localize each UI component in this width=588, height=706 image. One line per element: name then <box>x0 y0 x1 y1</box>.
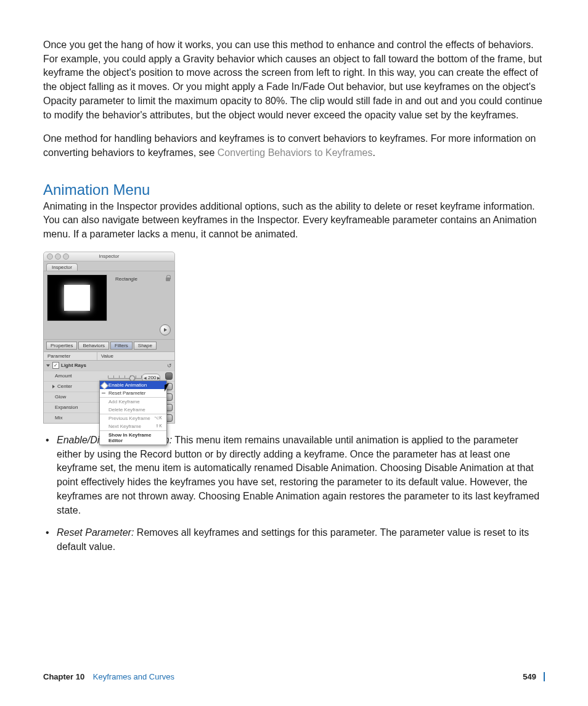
object-thumbnail <box>47 275 107 321</box>
paragraph-intro-2b: . <box>372 147 375 158</box>
cursor-icon <box>165 384 171 392</box>
link-converting-behaviors[interactable]: Converting Behaviors to Keyframes <box>218 147 373 158</box>
stepper-right-icon[interactable]: ▶ <box>156 376 161 380</box>
menu-delete-keyframe[interactable]: Delete Keyframe <box>100 406 166 414</box>
stepper-left-icon[interactable]: ◀ <box>142 376 148 380</box>
menu-prev-shortcut: ⌥K <box>154 416 162 421</box>
menu-previous-keyframe[interactable]: Previous Keyframe ⌥K <box>100 414 166 422</box>
page-footer: Chapter 10 Keyframes and Curves 549 <box>43 672 545 681</box>
lock-icon[interactable] <box>165 275 171 282</box>
animation-context-menu: Enable Animation Reset Parameter Add Key… <box>99 380 167 445</box>
menu-show-keyframe-editor[interactable]: Show In Keyframe Editor <box>100 430 166 445</box>
footer-chapter-title: Keyframes and Curves <box>93 672 174 681</box>
paragraph-animation-intro: Animating in the Inspector provides addi… <box>43 200 545 242</box>
panel-tab-row: Inspector <box>43 261 175 271</box>
param-amount-label: Amount <box>46 373 108 379</box>
window-titlebar: Inspector <box>43 252 175 261</box>
bullet-reset-parameter: Reset Parameter: Removes all keyframes a… <box>57 526 545 554</box>
inspector-figure: Inspector Inspector Rectangle Properties… <box>43 252 175 424</box>
panel-tab-inspector[interactable]: Inspector <box>46 263 78 271</box>
menu-enable-animation-label: Enable Animation <box>108 382 147 388</box>
menu-next-label: Next Keyframe <box>108 424 141 429</box>
param-mix-label: Mix <box>46 415 108 421</box>
parameter-list: Light Rays ↺ Amount ◀ 200 ▶ <box>43 361 175 424</box>
menu-prev-label: Previous Keyframe <box>108 416 150 421</box>
reset-icon[interactable]: ↺ <box>167 363 172 369</box>
column-parameter: Parameter <box>44 352 97 360</box>
inspector-subtabs: Properties Behaviors Filters Shape <box>43 340 175 352</box>
play-button[interactable] <box>160 324 171 335</box>
bullet-body-1: This menu item remains unavailable until… <box>57 435 539 515</box>
tab-filters[interactable]: Filters <box>110 342 133 350</box>
filter-group-label: Light Rays <box>61 363 114 368</box>
preview-area: Rectangle <box>43 271 175 340</box>
menu-next-shortcut: ⇧K <box>155 424 162 429</box>
amount-slider[interactable]: ◀ 200 ▶ <box>108 375 160 377</box>
heading-animation-menu: Animation Menu <box>43 181 545 199</box>
menu-reset-parameter-label: Reset Parameter <box>108 390 145 396</box>
paragraph-intro-1: Once you get the hang of how it works, y… <box>43 38 545 122</box>
footer-page-number: 549 <box>523 672 536 681</box>
filter-enable-checkbox[interactable] <box>52 362 59 369</box>
diamond-icon <box>100 382 108 390</box>
bullet-list: Enable/Disable Animation: This menu item… <box>43 433 545 554</box>
tab-shape[interactable]: Shape <box>134 342 157 350</box>
tab-behaviors[interactable]: Behaviors <box>78 342 109 350</box>
param-header-row: Parameter Value <box>43 352 175 361</box>
footer-chapter: Chapter 10 <box>43 672 84 681</box>
column-value: Value <box>97 352 117 360</box>
param-glow-label: Glow <box>46 394 108 400</box>
animation-menu-button[interactable] <box>165 372 173 380</box>
tab-properties[interactable]: Properties <box>46 342 77 350</box>
menu-enable-animation[interactable]: Enable Animation <box>100 381 166 389</box>
paragraph-intro-2: One method for handling behaviors and ke… <box>43 132 545 160</box>
disclosure-icon[interactable] <box>46 364 50 367</box>
disclosure-icon[interactable] <box>52 385 55 388</box>
bullet-term-2: Reset Parameter: <box>57 527 134 538</box>
menu-add-keyframe[interactable]: Add Keyframe <box>100 397 166 406</box>
window-title: Inspector <box>44 253 174 259</box>
menu-reset-parameter[interactable]: Reset Parameter <box>100 389 166 397</box>
bullet-enable-disable: Enable/Disable Animation: This menu item… <box>57 433 545 517</box>
param-expansion-label: Expansion <box>46 404 108 410</box>
menu-next-keyframe[interactable]: Next Keyframe ⇧K <box>100 422 166 430</box>
object-name-label: Rectangle <box>115 276 165 321</box>
minus-icon <box>102 391 106 395</box>
